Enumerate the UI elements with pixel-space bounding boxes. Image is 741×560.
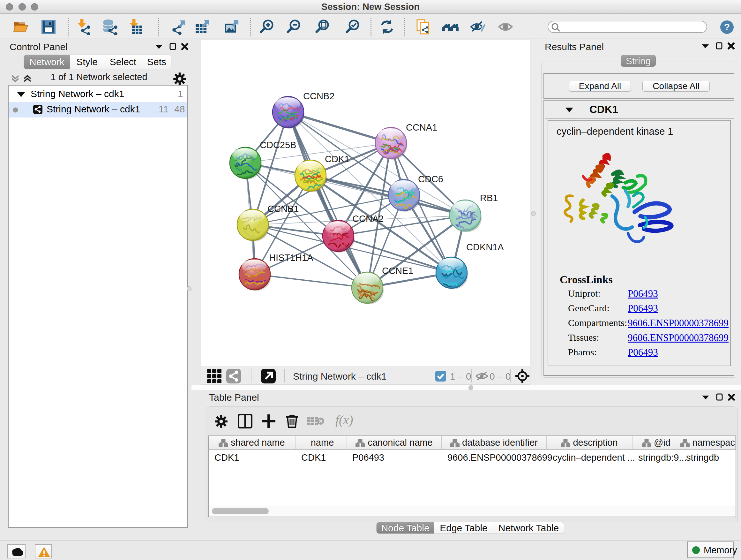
svg-text:RB1: RB1	[480, 193, 498, 203]
svg-text:CCNB2: CCNB2	[303, 91, 334, 101]
svg-text:HIST1H1A: HIST1H1A	[269, 253, 313, 263]
svg-text:?: ?	[724, 22, 730, 32]
svg-text:CCNE1: CCNE1	[382, 266, 413, 276]
svg-text:CCNA2: CCNA2	[352, 213, 384, 224]
svg-text:CDC25B: CDC25B	[260, 140, 296, 150]
svg-text:CDC6: CDC6	[418, 174, 443, 184]
svg-text:CDKN1A: CDKN1A	[466, 242, 504, 252]
svg-text:CDK1: CDK1	[325, 154, 349, 164]
svg-text:CCNB1: CCNB1	[267, 204, 299, 214]
svg-text:CCNA1: CCNA1	[406, 122, 437, 132]
